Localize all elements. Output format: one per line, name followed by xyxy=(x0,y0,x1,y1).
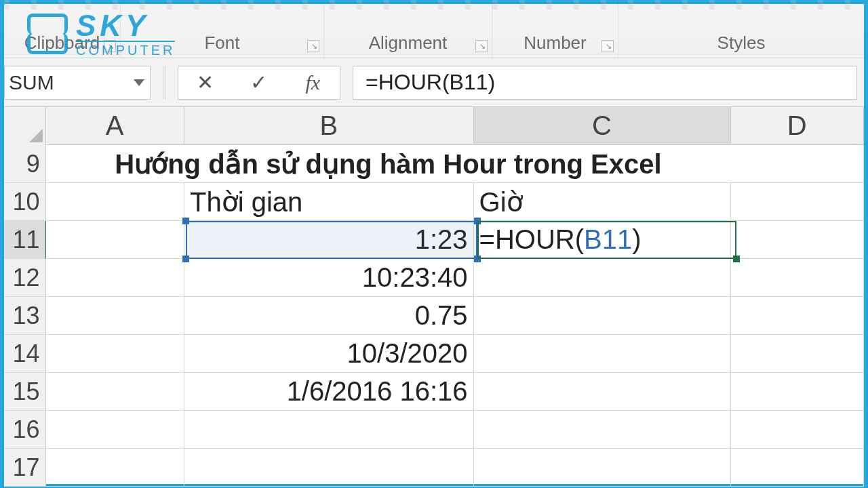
row-header[interactable]: 17 xyxy=(4,449,46,487)
separator xyxy=(163,66,165,100)
value: 1/6/2016 16:16 xyxy=(287,376,468,407)
logo-mark-icon xyxy=(27,14,68,54)
row-header[interactable]: 16 xyxy=(4,411,46,449)
value: 1:23 xyxy=(415,224,468,255)
title-text: Hướng dẫn sử dụng hàm Hour trong Excel xyxy=(115,148,661,180)
cell[interactable] xyxy=(730,145,864,183)
cell[interactable] xyxy=(731,221,865,259)
header-gio: Giờ xyxy=(479,186,523,218)
column-header-c[interactable]: C xyxy=(474,107,731,144)
dialog-launcher-icon[interactable]: ↘ xyxy=(307,40,319,52)
cell[interactable]: 10:23:40 xyxy=(184,259,474,297)
column-header-row: A B C D xyxy=(4,107,864,145)
cell[interactable] xyxy=(731,373,865,411)
cell[interactable]: Giờ xyxy=(474,183,731,221)
value: 10/3/2020 xyxy=(347,338,468,369)
formula-prefix: =HOUR( xyxy=(479,224,584,254)
value: 10:23:40 xyxy=(362,262,468,293)
cell[interactable] xyxy=(731,411,865,449)
cell[interactable] xyxy=(46,221,184,259)
cell[interactable] xyxy=(474,411,731,449)
cell[interactable] xyxy=(731,297,865,335)
cell-b11[interactable]: 1:23 xyxy=(184,221,474,259)
column-header-b[interactable]: B xyxy=(184,107,474,144)
formula-suffix: ) xyxy=(632,224,641,254)
cell[interactable] xyxy=(474,297,731,335)
cell[interactable] xyxy=(46,183,184,221)
row-header[interactable]: 14 xyxy=(4,335,46,373)
logo-line1: SKY xyxy=(76,11,175,41)
column-header-a[interactable]: A xyxy=(46,107,184,144)
cell[interactable]: Thời gian xyxy=(184,183,474,221)
enter-button[interactable]: ✓ xyxy=(239,70,279,94)
formula-buttons: ✕ ✓ fx xyxy=(178,66,340,100)
row-header[interactable]: 13 xyxy=(4,297,46,335)
row-header[interactable]: 15 xyxy=(4,373,46,411)
row-header[interactable]: 9 xyxy=(4,145,46,183)
formula-bar-row: SUM ✕ ✓ fx =HOUR(B11) xyxy=(4,58,864,107)
formula-bar-text: =HOUR(B11) xyxy=(366,70,495,95)
cell[interactable] xyxy=(46,373,184,411)
formula-cell-text: =HOUR(B11) xyxy=(479,224,642,255)
watermark-logo: SKY COMPUTER xyxy=(27,11,175,57)
insert-function-button[interactable]: fx xyxy=(292,71,333,94)
ribbon-group-label: Alignment xyxy=(369,33,448,54)
dialog-launcher-icon[interactable]: ↘ xyxy=(601,40,614,52)
ribbon-group-label: Font xyxy=(204,33,239,54)
ribbon-group-label: Styles xyxy=(717,33,766,54)
cell[interactable] xyxy=(184,411,474,449)
cell[interactable] xyxy=(474,335,731,373)
formula-bar-input[interactable]: =HOUR(B11) xyxy=(353,66,857,100)
select-all-triangle[interactable] xyxy=(4,107,46,145)
ribbon-group-label: Number xyxy=(524,33,586,54)
cell-c11-active[interactable]: =HOUR(B11) xyxy=(474,221,731,259)
dialog-launcher-icon[interactable]: ↘ xyxy=(475,40,488,52)
name-box[interactable]: SUM xyxy=(4,66,151,100)
cell[interactable] xyxy=(731,259,865,297)
chevron-down-icon[interactable] xyxy=(134,79,144,86)
cancel-button[interactable]: ✕ xyxy=(185,70,226,94)
cell[interactable] xyxy=(46,335,184,373)
cell[interactable]: 1/6/2016 16:16 xyxy=(184,373,474,411)
column-header-d[interactable]: D xyxy=(731,107,864,144)
name-box-value: SUM xyxy=(9,71,54,94)
cell[interactable] xyxy=(731,449,865,487)
cell[interactable] xyxy=(731,183,865,221)
row-header[interactable]: 10 xyxy=(4,183,46,221)
logo-line2: COMPUTER xyxy=(76,41,175,57)
ribbon-group-number[interactable]: Number ↘ xyxy=(492,4,618,58)
cell[interactable] xyxy=(46,297,184,335)
formula-ref: B11 xyxy=(584,224,632,254)
cell[interactable] xyxy=(474,259,731,297)
ribbon-group-alignment[interactable]: Alignment ↘ xyxy=(324,4,492,58)
row-header[interactable]: 12 xyxy=(4,259,46,297)
cell[interactable]: 0.75 xyxy=(184,297,474,335)
title-cell[interactable]: Hướng dẫn sử dụng hàm Hour trong Excel xyxy=(46,145,731,183)
cell[interactable] xyxy=(474,373,731,411)
header-thoi-gian: Thời gian xyxy=(190,186,302,218)
spreadsheet-grid[interactable]: A B C D 9 Hướng dẫn sử dụng hàm Hour tro… xyxy=(4,107,864,487)
cell[interactable] xyxy=(46,411,184,449)
cell[interactable] xyxy=(46,259,184,297)
cell[interactable]: 10/3/2020 xyxy=(184,335,474,373)
cell[interactable] xyxy=(184,449,474,487)
cell[interactable] xyxy=(46,449,184,487)
row-header[interactable]: 11 xyxy=(4,221,46,259)
ribbon-group-styles[interactable]: Styles xyxy=(618,4,864,58)
value: 0.75 xyxy=(415,300,468,331)
cell[interactable] xyxy=(474,449,731,487)
cell[interactable] xyxy=(731,335,865,373)
